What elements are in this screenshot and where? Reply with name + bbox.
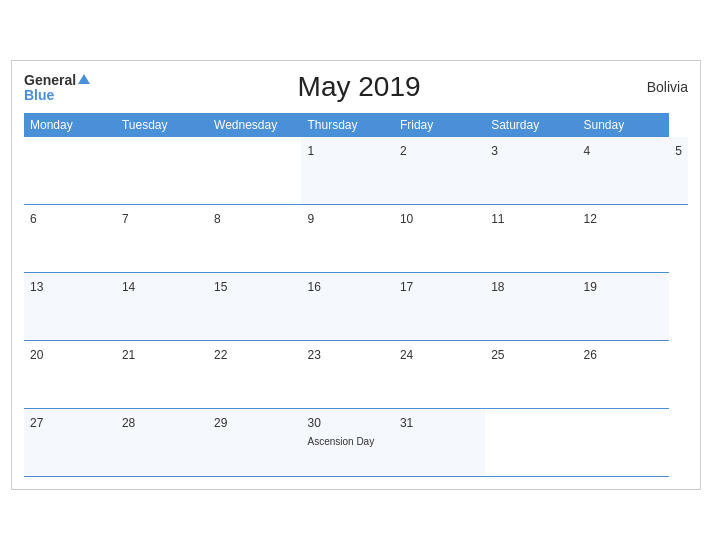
col-friday: Friday: [394, 113, 485, 137]
calendar-day: 6: [24, 205, 116, 273]
day-number: 25: [491, 348, 504, 362]
day-number: 3: [491, 144, 498, 158]
calendar-day: 11: [485, 205, 577, 273]
calendar-day: 19: [577, 273, 669, 341]
calendar-day: 5: [669, 137, 688, 205]
calendar-day: 16: [301, 273, 393, 341]
calendar-day: 30Ascension Day: [301, 409, 393, 477]
col-thursday: Thursday: [301, 113, 393, 137]
day-number: 26: [583, 348, 596, 362]
logo-triangle-icon: [78, 74, 90, 84]
calendar-day: 24: [394, 341, 485, 409]
day-number: 9: [307, 212, 314, 226]
calendar-day: 25: [485, 341, 577, 409]
calendar-day: [485, 409, 577, 477]
calendar-day: 2: [394, 137, 485, 205]
col-sunday: Sunday: [577, 113, 669, 137]
day-number: 6: [30, 212, 37, 226]
day-number: 18: [491, 280, 504, 294]
week-row-1: 12345: [24, 137, 688, 205]
week-row-2: 6789101112: [24, 205, 688, 273]
event-label: Ascension Day: [307, 436, 374, 447]
day-number: 14: [122, 280, 135, 294]
day-number: 5: [675, 144, 682, 158]
calendar-day: 3: [485, 137, 577, 205]
day-number: 19: [583, 280, 596, 294]
logo-top: General: [24, 72, 90, 88]
day-number: 13: [30, 280, 43, 294]
logo-blue: Blue: [24, 88, 90, 102]
country-label: Bolivia: [628, 79, 688, 95]
calendar-header: General Blue May 2019 Bolivia: [24, 71, 688, 103]
calendar-day: 17: [394, 273, 485, 341]
day-number: 8: [214, 212, 221, 226]
week-row-4: 20212223242526: [24, 341, 688, 409]
day-number: 16: [307, 280, 320, 294]
week-row-5: 27282930Ascension Day31: [24, 409, 688, 477]
calendar-day: 28: [116, 409, 208, 477]
calendar-day: 7: [116, 205, 208, 273]
col-saturday: Saturday: [485, 113, 577, 137]
calendar-day: 15: [208, 273, 301, 341]
day-number: 10: [400, 212, 413, 226]
day-number: 12: [583, 212, 596, 226]
calendar-day: 1: [301, 137, 393, 205]
calendar-title: May 2019: [90, 71, 628, 103]
calendar-day: 8: [208, 205, 301, 273]
day-number: 23: [307, 348, 320, 362]
calendar-day: 23: [301, 341, 393, 409]
calendar-day: [24, 137, 116, 205]
day-number: 27: [30, 416, 43, 430]
day-number: 1: [307, 144, 314, 158]
calendar-table: Monday Tuesday Wednesday Thursday Friday…: [24, 113, 688, 478]
calendar-day: 13: [24, 273, 116, 341]
calendar-day: 18: [485, 273, 577, 341]
calendar-day: [208, 137, 301, 205]
calendar-day: 31: [394, 409, 485, 477]
day-number: 24: [400, 348, 413, 362]
day-number: 4: [583, 144, 590, 158]
calendar-wrapper: General Blue May 2019 Bolivia Monday Tue…: [11, 60, 701, 491]
calendar-day: 4: [577, 137, 669, 205]
day-number: 15: [214, 280, 227, 294]
calendar-day: 20: [24, 341, 116, 409]
calendar-day: 9: [301, 205, 393, 273]
col-wednesday: Wednesday: [208, 113, 301, 137]
day-number: 7: [122, 212, 129, 226]
calendar-day: 22: [208, 341, 301, 409]
day-number: 31: [400, 416, 413, 430]
day-number: 28: [122, 416, 135, 430]
calendar-day: 12: [577, 205, 669, 273]
day-number: 29: [214, 416, 227, 430]
day-number: 20: [30, 348, 43, 362]
col-monday: Monday: [24, 113, 116, 137]
col-tuesday: Tuesday: [116, 113, 208, 137]
day-number: 21: [122, 348, 135, 362]
day-number: 22: [214, 348, 227, 362]
day-number: 17: [400, 280, 413, 294]
calendar-day: 27: [24, 409, 116, 477]
day-number: 11: [491, 212, 504, 226]
calendar-day: 10: [394, 205, 485, 273]
logo: General Blue: [24, 72, 90, 102]
calendar-day: [577, 409, 669, 477]
logo-general: General: [24, 72, 76, 88]
days-header-row: Monday Tuesday Wednesday Thursday Friday…: [24, 113, 688, 137]
calendar-day: [116, 137, 208, 205]
day-number: 30: [307, 416, 320, 430]
week-row-3: 13141516171819: [24, 273, 688, 341]
day-number: 2: [400, 144, 407, 158]
calendar-day: 26: [577, 341, 669, 409]
calendar-day: 21: [116, 341, 208, 409]
calendar-day: 29: [208, 409, 301, 477]
calendar-day: 14: [116, 273, 208, 341]
